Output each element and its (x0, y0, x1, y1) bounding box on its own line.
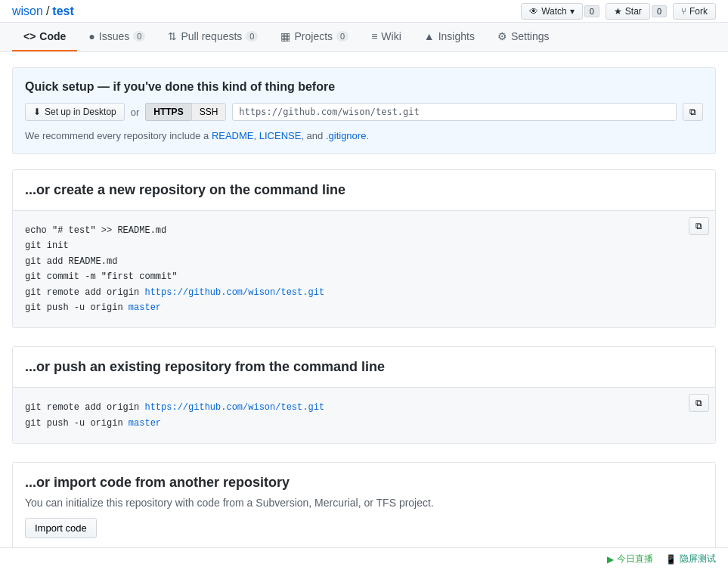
code-line-1: echo "# test" >> README.md (25, 223, 703, 238)
live-stream-label: 今日直播 (617, 553, 653, 565)
watch-label: Watch (541, 6, 567, 17)
star-group: ★ Star 0 (606, 3, 667, 20)
download-icon: ⬇ (33, 107, 41, 117)
create-master-highlight: master (129, 302, 161, 313)
separator: / (46, 5, 49, 18)
tab-pr-label: Pull requests (181, 30, 242, 42)
license-link[interactable]: LICENSE (259, 130, 302, 141)
top-header: wison / test 👁 Watch ▾ 0 ★ Star 0 ⑂ Fork (0, 0, 728, 23)
tab-settings-label: Settings (511, 30, 550, 42)
create-section-header: ...or create a new repository on the com… (13, 170, 715, 211)
screen-reader-label: 隐屏测试 (680, 553, 716, 565)
insights-icon: ▲ (424, 30, 435, 42)
create-section-title: ...or create a new repository on the com… (25, 182, 703, 198)
copy-create-button[interactable]: ⧉ (689, 217, 709, 235)
projects-badge: 0 (336, 31, 349, 42)
projects-icon: ▦ (280, 30, 290, 42)
watch-count: 0 (584, 5, 599, 17)
nav-tabs: <> Code ● Issues 0 ⇅ Pull requests 0 ▦ P… (0, 23, 728, 52)
import-code-button[interactable]: Import code (25, 518, 97, 538)
tab-insights-label: Insights (438, 30, 475, 42)
fork-label: Fork (689, 6, 708, 17)
fork-icon: ⑂ (681, 6, 686, 17)
setup-desktop-button[interactable]: ⬇ Set up in Desktop (25, 103, 125, 121)
watch-button[interactable]: 👁 Watch ▾ (521, 3, 583, 20)
copy-url-button[interactable]: ⧉ (683, 103, 703, 121)
fork-group: ⑂ Fork (673, 3, 716, 20)
screen-reader-item: 📱 隐屏测试 (665, 553, 716, 565)
quick-setup-box: Quick setup — if you've done this kind o… (12, 67, 716, 154)
tab-projects-label: Projects (294, 30, 333, 42)
gitignore-link[interactable]: .gitignore (326, 130, 366, 141)
pr-badge: 0 (246, 31, 258, 42)
copy-icon: ⧉ (689, 107, 696, 117)
import-section-inner: ...or import code from another repositor… (13, 463, 715, 550)
code-line-2: git init (25, 238, 703, 253)
live-stream-item: ▶ 今日直播 (607, 553, 653, 565)
quick-setup-title: Quick setup — if you've done this kind o… (25, 80, 703, 94)
push-repo-section: ...or push an existing repository from t… (12, 346, 716, 444)
fork-button[interactable]: ⑂ Fork (673, 3, 716, 20)
settings-icon: ⚙ (497, 30, 507, 42)
tab-code[interactable]: <> Code (12, 23, 77, 51)
create-code-block: ⧉ echo "# test" >> README.md git init gi… (13, 211, 715, 327)
push-section-title: ...or push an existing repository from t… (25, 359, 703, 375)
push-section-header: ...or push an existing repository from t… (13, 347, 715, 388)
bottom-bar: ▶ 今日直播 📱 隐屏测试 (0, 547, 728, 570)
code-line-4: git commit -m "first commit" (25, 269, 703, 284)
phone-icon: 📱 (665, 554, 677, 565)
recommend-text: We recommend every repository include a … (25, 130, 703, 141)
push-code-line-2: git push -u origin master (25, 416, 703, 431)
tab-issues[interactable]: ● Issues 0 (77, 23, 156, 51)
header-actions: 👁 Watch ▾ 0 ★ Star 0 ⑂ Fork (521, 3, 716, 20)
copy-push-button[interactable]: ⧉ (689, 394, 709, 412)
star-icon: ★ (614, 6, 622, 17)
play-icon: ▶ (607, 554, 614, 565)
star-button[interactable]: ★ Star (606, 3, 650, 20)
tab-pullrequests[interactable]: ⇅ Pull requests 0 (156, 23, 269, 51)
username-link[interactable]: wison (12, 5, 43, 18)
eye-icon: 👁 (529, 6, 538, 17)
push-code-block: ⧉ git remote add origin https://github.c… (13, 388, 715, 443)
watch-group: 👁 Watch ▾ 0 (521, 3, 599, 20)
tab-projects[interactable]: ▦ Projects 0 (269, 23, 360, 51)
import-title: ...or import code from another repositor… (25, 475, 703, 491)
star-label: Star (625, 6, 642, 17)
create-url-highlight: https://github.com/wison/test.git (144, 287, 324, 298)
main-content: Quick setup — if you've done this kind o… (0, 52, 728, 570)
create-repo-section: ...or create a new repository on the com… (12, 169, 716, 328)
setup-row: ⬇ Set up in Desktop or HTTPS SSH ⧉ (25, 103, 703, 121)
issues-badge: 0 (133, 31, 145, 42)
tab-issues-label: Issues (99, 30, 129, 42)
desktop-label: Set up in Desktop (45, 107, 116, 117)
copy-push-icon: ⧉ (695, 398, 702, 408)
tab-code-label: Code (39, 30, 66, 42)
tab-wiki[interactable]: ≡ Wiki (360, 23, 413, 51)
push-url-highlight: https://github.com/wison/test.git (144, 402, 324, 413)
import-section: ...or import code from another repositor… (12, 462, 716, 551)
chevron-down-icon: ▾ (570, 6, 575, 17)
issues-icon: ● (88, 30, 94, 42)
or-text: or (131, 107, 140, 118)
code-line-3: git add README.md (25, 254, 703, 269)
star-count: 0 (652, 5, 667, 17)
https-button[interactable]: HTTPS (145, 103, 191, 121)
tab-settings[interactable]: ⚙ Settings (486, 23, 561, 51)
wiki-icon: ≡ (371, 30, 377, 42)
code-icon: <> (23, 30, 36, 42)
import-description: You can initialize this repository with … (25, 497, 703, 509)
repo-url-input[interactable] (232, 103, 677, 121)
reponame-link[interactable]: test (52, 5, 73, 18)
code-line-6: git push -u origin master (25, 300, 703, 315)
readme-link[interactable]: README (212, 130, 254, 141)
push-code-line-1: git remote add origin https://github.com… (25, 400, 703, 415)
tab-insights[interactable]: ▲ Insights (413, 23, 486, 51)
copy-create-icon: ⧉ (695, 221, 702, 231)
pr-icon: ⇅ (168, 30, 177, 42)
push-master-highlight: master (129, 418, 161, 429)
repo-title: wison / test (12, 5, 74, 18)
ssh-button[interactable]: SSH (191, 103, 227, 121)
tab-wiki-label: Wiki (381, 30, 401, 42)
protocol-buttons: HTTPS SSH (145, 103, 226, 121)
code-line-5: git remote add origin https://github.com… (25, 285, 703, 300)
